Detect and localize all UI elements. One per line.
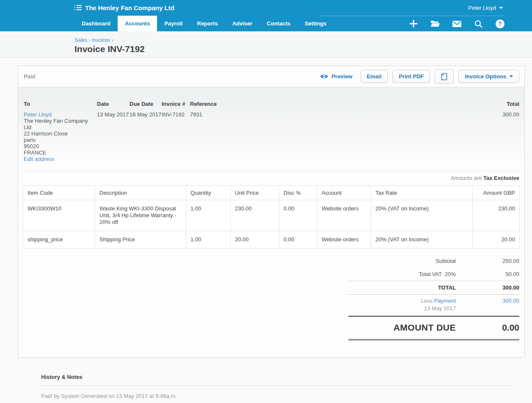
- nav-adviser[interactable]: Adviser: [225, 16, 260, 31]
- col-amount: Amount GBP: [473, 186, 520, 200]
- quick-add-button[interactable]: [408, 19, 419, 29]
- amounts-note-prefix: Amounts are: [451, 175, 482, 181]
- chevron-down-icon: [510, 75, 513, 77]
- plus-icon: [410, 20, 417, 28]
- org-list-icon: [74, 5, 82, 11]
- notifications-button[interactable]: [452, 19, 462, 29]
- invoice-options-label: Invoice Options: [465, 73, 506, 80]
- eye-icon: [320, 74, 328, 79]
- amounts-note-mode: Tax Exclusive: [483, 175, 519, 181]
- history-title: History & Notes: [41, 374, 513, 386]
- history-section: History & Notes Paid by System Generated…: [41, 374, 513, 403]
- invoice-options-button[interactable]: Invoice Options: [458, 70, 519, 83]
- vat-value: 50.00: [456, 271, 519, 277]
- folder-icon: [430, 20, 440, 27]
- preview-label: Preview: [331, 73, 352, 80]
- breadcrumb-invoices[interactable]: Invoices: [92, 37, 110, 43]
- invoice-number-label: Invoice #: [162, 101, 190, 107]
- main-nav: Dashboard Accounts Payroll Reports Advis…: [74, 16, 334, 31]
- invoice-number-value: INV-7192: [162, 111, 190, 118]
- table-header-row: Item Code Description Quantity Unit Pric…: [23, 186, 520, 200]
- cell-disc: 0.00: [279, 231, 317, 248]
- nav-reports[interactable]: Reports: [190, 16, 225, 31]
- email-button[interactable]: Email: [361, 70, 388, 83]
- files-button[interactable]: [430, 19, 440, 29]
- help-icon: ?: [496, 19, 504, 28]
- status-badge: Paid: [24, 73, 35, 80]
- to-label: To: [24, 101, 97, 107]
- payment-amount-link[interactable]: 300.00: [456, 298, 519, 312]
- address-block: Peter Lloyd The Henley Fan Company Ltd 2…: [24, 111, 97, 162]
- cell-disc: 0.00: [279, 200, 317, 231]
- cell-unit-price: 20.00: [231, 231, 279, 248]
- mail-icon: [452, 21, 461, 27]
- search-button[interactable]: [473, 19, 483, 29]
- col-description: Description: [95, 186, 186, 200]
- col-tax-rate: Tax Rate: [371, 186, 473, 200]
- cell-amount: 20.00: [473, 231, 520, 248]
- col-disc: Disc %: [279, 186, 317, 200]
- invoice-card: Paid Preview Email Print PDF Invoice Opt…: [18, 66, 525, 358]
- cell-item-code: WKI3300W10: [23, 200, 95, 231]
- due-date-value: 16 May 2017: [130, 111, 162, 118]
- col-account: Account: [317, 186, 371, 200]
- copy-page-icon: [441, 73, 447, 80]
- chevron-down-icon: [499, 7, 503, 9]
- company-name: The Henley Fan Company Ltd: [85, 4, 174, 11]
- cell-tax-rate: 20% (VAT on Income): [371, 231, 473, 248]
- cell-description: Waste King WKI-3300 Disposal Unit, 3/4 H…: [95, 200, 186, 231]
- nav-dashboard[interactable]: Dashboard: [74, 16, 118, 31]
- page-title: Invoice INV-7192: [74, 44, 532, 54]
- breadcrumb-sales[interactable]: Sales: [74, 37, 87, 43]
- cell-unit-price: 230.00: [231, 200, 279, 231]
- cell-tax-rate: 20% (VAT on Income): [371, 200, 473, 231]
- address-line: paris: [24, 137, 97, 143]
- totals-section: Subtotal 250.00 Total VAT 20% 50.00 TOTA…: [348, 254, 519, 340]
- address-line: FRANCE: [24, 149, 97, 156]
- reference-label: Reference: [190, 101, 241, 107]
- amounts-note: Amounts are Tax Exclusive: [24, 171, 519, 185]
- payment-date: 13 May 2017: [348, 305, 456, 312]
- cell-account: Website orders: [317, 231, 371, 248]
- breadcrumb-separator: ›: [88, 37, 90, 43]
- page-title-band: Sales › Invoices › Invoice INV-7192: [0, 31, 532, 58]
- table-row: WKI3300W10 Waste King WKI-3300 Disposal …: [23, 200, 520, 231]
- total-value: 300.00: [241, 111, 519, 118]
- top-header: The Henley Fan Company Ltd Peter Lloyd D…: [0, 0, 532, 31]
- cell-account: Website orders: [317, 200, 371, 231]
- cell-item-code: shipping_price: [23, 231, 95, 248]
- less-label: Less: [421, 298, 433, 304]
- reference-value: 7931: [190, 111, 241, 118]
- due-date-label: Due Date: [130, 101, 162, 107]
- date-value: 13 May 2017: [97, 111, 130, 118]
- grand-total-value: 300.00: [456, 284, 519, 291]
- history-entry-meta: Paid by System Generated on 13 May 2017 …: [41, 393, 513, 399]
- address-line: 95020: [24, 143, 97, 149]
- history-entry: Paid by System Generated on 13 May 2017 …: [41, 386, 513, 403]
- print-pdf-button[interactable]: Print PDF: [392, 70, 430, 83]
- user-menu[interactable]: Peter Lloyd: [468, 0, 503, 16]
- col-item-code: Item Code: [23, 186, 95, 200]
- payment-link[interactable]: Payment: [434, 298, 456, 304]
- contact-link[interactable]: Peter Lloyd: [24, 111, 52, 118]
- breadcrumb: Sales › Invoices ›: [74, 37, 532, 43]
- breadcrumb-separator: ›: [112, 37, 113, 43]
- nav-accounts[interactable]: Accounts: [118, 16, 157, 31]
- nav-contacts[interactable]: Contacts: [259, 16, 298, 31]
- nav-payroll[interactable]: Payroll: [157, 16, 190, 31]
- date-label: Date: [97, 101, 130, 107]
- preview-link[interactable]: Preview: [320, 73, 352, 80]
- search-icon: [474, 20, 482, 28]
- col-unit-price: Unit Price: [231, 186, 279, 200]
- user-name: Peter Lloyd: [468, 5, 496, 11]
- organisation-menu[interactable]: The Henley Fan Company Ltd: [74, 4, 174, 11]
- cell-quantity: 1.00: [186, 231, 231, 248]
- help-button[interactable]: ?: [495, 19, 505, 29]
- total-label: Total: [241, 101, 519, 107]
- table-row: shipping_price Shipping Price 1.00 20.00…: [23, 231, 520, 248]
- edit-address-link[interactable]: Edit address: [24, 156, 54, 162]
- address-line: The Henley Fan Company Ltd: [24, 118, 97, 130]
- subtotal-value: 250.00: [456, 258, 519, 264]
- copy-button[interactable]: [435, 69, 454, 84]
- cell-amount: 230.00: [473, 200, 520, 231]
